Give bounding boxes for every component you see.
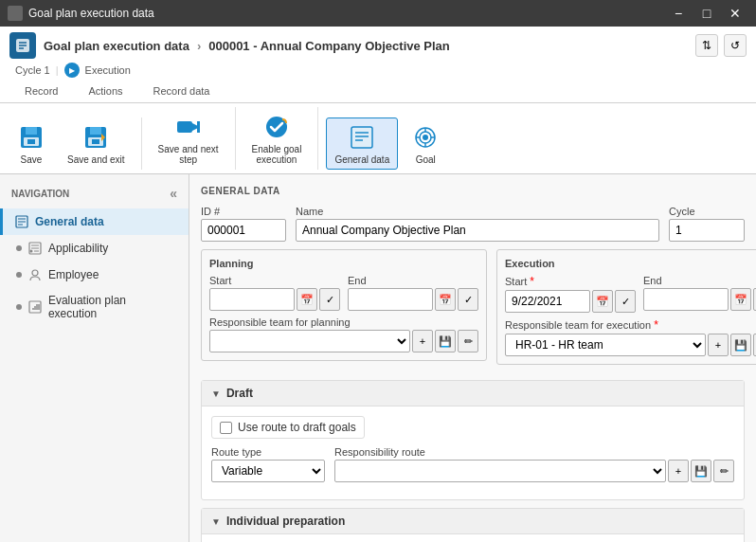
app-icon [8,6,23,21]
svg-point-31 [30,250,33,253]
svg-rect-17 [351,127,372,148]
tab-record[interactable]: Record [9,81,73,102]
execution-end-group: End 📅 ✓ [643,275,756,313]
draft-header[interactable]: ▼ Draft [202,381,744,406]
window-controls: − □ ✕ [665,0,748,27]
responsible-execution-save-btn[interactable]: 💾 [730,334,751,356]
save-next-button[interactable]: Save and next step [150,107,227,170]
main-layout: NAVIGATION « General data Applicability … [0,174,756,542]
ribbon-group-enable: Enable goal execution [243,107,319,170]
execution-start-group: Start * 📅 ✓ [505,275,636,313]
draft-section: ▼ Draft Use route to draft goals Route t… [201,380,745,500]
execution-start-calendar-btn[interactable]: 📅 [592,290,613,313]
save-exit-button[interactable]: Save and exit [59,117,134,170]
individual-prep-body: Requires individual goal preparation Dea… [202,534,744,542]
sidebar-item-label-general: General data [35,215,104,228]
sidebar-dot-eval [16,304,22,310]
responsibility-route-select[interactable] [334,460,666,482]
sidebar-item-eval-plan[interactable]: Evaluation plan execution [0,288,189,326]
planning-end-calendar-btn[interactable]: 📅 [435,288,456,311]
sidebar-collapse-button[interactable]: « [170,186,177,201]
planning-end-check-btn[interactable]: ✓ [458,288,478,311]
individual-prep-header[interactable]: ▼ Individual preparation [202,509,744,534]
svg-rect-7 [27,139,35,144]
enable-goal-button[interactable]: Enable goal execution [243,107,311,170]
execution-start-input[interactable] [505,290,590,313]
responsible-execution-select[interactable]: HR-01 - HR team [505,334,706,356]
ribbon-group-views: General data Goal [326,117,457,170]
save-exit-icon [81,122,111,153]
title-bar: Goal plan execution data − □ ✕ [0,0,756,27]
responsibility-route-save-btn[interactable]: 💾 [691,460,711,482]
responsibility-route-add-btn[interactable]: + [668,460,689,482]
minimize-button[interactable]: − [665,0,692,27]
save-next-icon [173,112,204,142]
planning-start-input[interactable] [209,288,295,311]
svg-rect-13 [177,121,192,133]
planning-end-input[interactable] [348,288,433,311]
execution-label: Execution [85,64,131,76]
cycle-input[interactable] [669,219,745,242]
sidebar-item-applicability[interactable]: Applicability [0,235,189,262]
execution-start-check-btn[interactable]: ✓ [615,290,636,313]
breadcrumb: Goal plan execution data › 000001 - Annu… [9,32,450,59]
planning-start-calendar-btn[interactable]: 📅 [297,288,317,311]
sidebar-dot-applicability [16,245,22,251]
app-title: Goal plan execution data [44,39,189,53]
save-button[interactable]: Save [8,117,55,170]
goal-button[interactable]: Goal [402,117,449,170]
planning-start-input-group: 📅 ✓ [209,288,340,311]
tab-record-data[interactable]: Record data [138,81,225,102]
responsibility-route-input-group: + 💾 ✏ [334,460,734,482]
route-type-select[interactable]: Variable Fixed [211,460,325,482]
record-name: 000001 - Annual Company Objective Plan [208,39,450,53]
cycle-group: Cycle [669,206,745,242]
app-header: Goal plan execution data › 000001 - Annu… [0,27,756,103]
sidebar-item-label-applicability: Applicability [48,242,108,255]
planning-start-label: Start [209,275,340,286]
responsible-planning-add-btn[interactable]: + [412,330,433,352]
use-route-checkbox[interactable] [220,422,232,434]
content-area: GENERAL DATA ID # Name Cycle Planning [189,174,756,542]
maximize-button[interactable]: □ [693,0,720,27]
responsible-planning-group: Responsible team for planning + 💾 ✏ [209,316,478,352]
save-exit-label: Save and exit [67,154,125,165]
id-input[interactable] [201,219,286,242]
sidebar-dot-employee [16,272,22,278]
enable-goal-icon [261,112,292,142]
execution-end-calendar-btn[interactable]: 📅 [730,288,751,311]
draft-body: Use route to draft goals Route type Vari… [202,406,744,499]
form-row-planning-execution: Planning Start 📅 ✓ End [201,249,745,372]
breadcrumb-icon [9,32,36,59]
execution-end-input[interactable] [643,288,729,311]
name-input[interactable] [296,219,659,242]
general-data-label: General data [334,154,389,165]
planning-start-check-btn[interactable]: ✓ [319,288,340,311]
responsibility-route-edit-btn[interactable]: ✏ [713,460,734,482]
applicability-nav-icon [27,241,43,256]
ribbon: Save Save and exit Save and next step En… [0,103,756,174]
toolbar-tabs: Record Actions Record data [9,81,747,102]
goal-label: Goal [416,154,436,165]
collapse-button[interactable]: ⇅ [695,34,718,57]
responsibility-route-label: Responsibility route [334,446,734,458]
name-group: Name [296,206,659,242]
cycle-label: Cycle 1 [15,64,50,76]
tab-actions[interactable]: Actions [73,81,137,102]
goal-icon [410,122,441,153]
sidebar-item-label-employee: Employee [48,268,99,281]
employee-nav-icon [27,267,43,282]
sidebar-item-label-eval: Evaluation plan execution [48,294,177,320]
individual-prep-section: ▼ Individual preparation Requires indivi… [201,508,745,542]
sidebar-item-employee[interactable]: Employee [0,262,189,288]
refresh-button[interactable]: ↺ [724,34,747,57]
ribbon-group-next: Save and next step [150,107,236,170]
close-button[interactable]: ✕ [722,0,748,27]
sidebar-item-general-data[interactable]: General data [0,208,189,235]
responsible-planning-select[interactable] [209,330,410,352]
general-data-button[interactable]: General data [326,117,398,170]
route-type-label: Route type [211,446,325,458]
responsible-planning-save-btn[interactable]: 💾 [435,330,456,352]
responsible-planning-edit-btn[interactable]: ✏ [458,330,478,352]
responsible-execution-add-btn[interactable]: + [708,334,729,356]
